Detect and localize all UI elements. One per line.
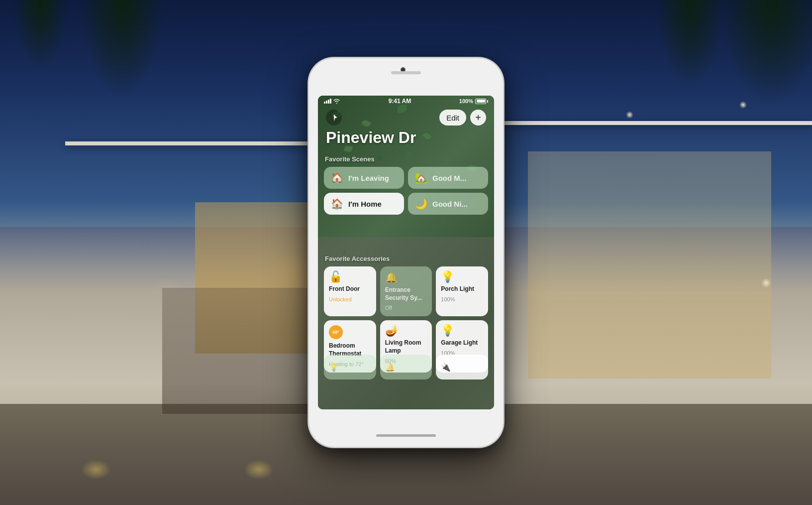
scene-night-label: Good Ni... <box>432 200 468 208</box>
scene-im-leaving[interactable]: 🏠 I'm Leaving <box>324 167 404 189</box>
app-nav: Edit + <box>318 107 494 128</box>
scene-home-label: I'm Home <box>348 200 382 208</box>
accessory-front-door[interactable]: 🔓 Front Door Unlocked <box>324 266 376 316</box>
scene-good-morning[interactable]: 🏡 Good M... <box>408 167 488 189</box>
status-bar: 9:41 AM 100% <box>318 96 494 107</box>
accessory-entrance-security[interactable]: 🔔 Entrance Security Sy... Off <box>380 266 432 316</box>
edit-button[interactable]: Edit <box>439 110 466 126</box>
phone-speaker <box>391 71 421 74</box>
accessories-row3: 💡 🔔 🔌 <box>324 355 488 379</box>
location-button[interactable] <box>326 110 342 126</box>
scenes-section: Favorite Scenes 🏠 I'm Leaving 🏡 Good M..… <box>324 155 488 215</box>
scene-im-home[interactable]: 🏠 I'm Home <box>324 193 404 215</box>
add-button[interactable]: + <box>470 110 486 126</box>
svg-marker-0 <box>334 115 337 121</box>
scenes-grid: 🏠 I'm Leaving 🏡 Good M... 🏠 I'm Home <box>324 167 488 215</box>
status-time: 9:41 AM <box>389 98 411 105</box>
porch-light-status: 100% <box>441 296 483 303</box>
scene-leaving-icon: 🏠 <box>331 173 343 183</box>
thermostat-badge: 68° <box>329 325 343 339</box>
scenes-section-label: Favorite Scenes <box>324 155 488 163</box>
lock-icon: 🔓 <box>329 271 371 282</box>
row3-icon-1: 💡 <box>329 363 339 372</box>
row3-tile-1[interactable]: 💡 <box>324 355 376 379</box>
location-arrow-icon <box>330 114 337 121</box>
home-title: Pineview Dr <box>326 128 416 147</box>
garage-light-name: Garage Light <box>441 339 483 347</box>
lamp-name: Living Room Lamp <box>385 339 427 355</box>
scene-morning-label: Good M... <box>432 174 466 182</box>
security-name: Entrance Security Sy... <box>385 286 427 302</box>
row3-tile-3[interactable]: 🔌 <box>436 355 488 379</box>
lamp-icon: 🪔 <box>385 325 427 336</box>
porch-light-icon: 💡 <box>441 271 483 282</box>
signal-bars <box>324 99 331 104</box>
signal-bar-1 <box>324 102 325 104</box>
row3-icon-2: 🔔 <box>385 363 395 372</box>
signal-bar-2 <box>326 101 327 104</box>
accessories-section-label: Favorite Accessories <box>324 255 488 262</box>
accessory-porch-light[interactable]: 💡 Porch Light 100% <box>436 266 488 316</box>
signal-bar-3 <box>328 100 329 104</box>
scene-home-icon: 🏠 <box>331 199 343 209</box>
status-left <box>324 99 340 104</box>
signal-bar-4 <box>330 99 331 104</box>
porch-light-name: Porch Light <box>441 285 483 293</box>
status-right: 100% <box>459 98 488 104</box>
row3-icon-3: 🔌 <box>441 363 451 372</box>
garage-light-icon: 💡 <box>441 325 483 336</box>
security-status: Off <box>385 305 427 311</box>
wifi-icon <box>333 99 340 104</box>
phone-screen: 9:41 AM 100% <box>318 96 494 409</box>
scene-night-icon: 🌙 <box>415 199 427 209</box>
scene-leaving-label: I'm Leaving <box>348 174 389 182</box>
row3-tile-2[interactable]: 🔔 <box>380 355 432 379</box>
phone-device: 9:41 AM 100% <box>309 58 503 447</box>
battery-percent: 100% <box>459 98 473 104</box>
thermostat-temp: 68° <box>332 330 339 335</box>
security-icon: 🔔 <box>385 271 427 283</box>
front-door-status: Unlocked <box>329 296 371 303</box>
scene-good-night[interactable]: 🌙 Good Ni... <box>408 193 488 215</box>
scene-morning-icon: 🏡 <box>415 173 427 183</box>
front-door-name: Front Door <box>329 285 371 293</box>
home-indicator <box>376 434 436 437</box>
battery-icon <box>475 99 488 104</box>
phone-shell: 9:41 AM 100% <box>309 58 503 447</box>
